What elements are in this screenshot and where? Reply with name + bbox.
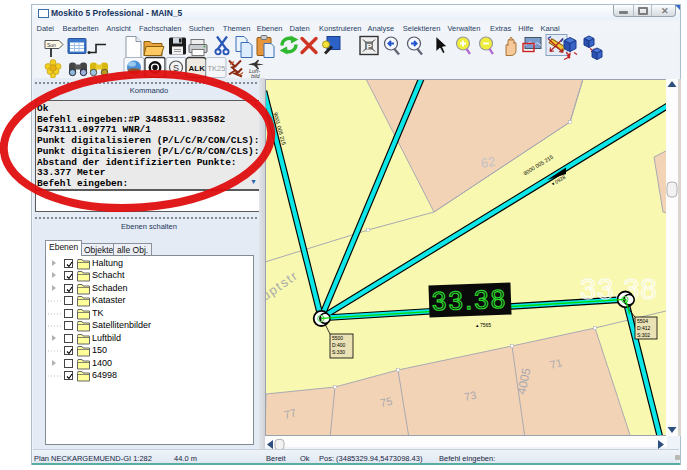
svg-text:S:302: S:302 <box>637 332 650 338</box>
svg-text:73: 73 <box>463 389 477 403</box>
svg-text:P: P <box>367 42 373 51</box>
svg-text:5504: 5504 <box>637 318 648 324</box>
svg-text:Sun: Sun <box>47 42 56 48</box>
svg-text:75: 75 <box>379 395 393 409</box>
svg-text:S: S <box>173 63 179 73</box>
svg-text:62: 62 <box>480 154 497 171</box>
svg-text:ALK: ALK <box>189 64 206 73</box>
svg-text:33.38: 33.38 <box>431 284 507 317</box>
svg-text:D:400: D:400 <box>332 342 346 348</box>
svg-text:D:412: D:412 <box>637 325 651 331</box>
svg-text:TK25: TK25 <box>208 64 226 73</box>
svg-text:S:330: S:330 <box>332 349 345 355</box>
svg-text:5500: 5500 <box>332 335 343 341</box>
svg-text:▴ 7565: ▴ 7565 <box>476 322 491 328</box>
